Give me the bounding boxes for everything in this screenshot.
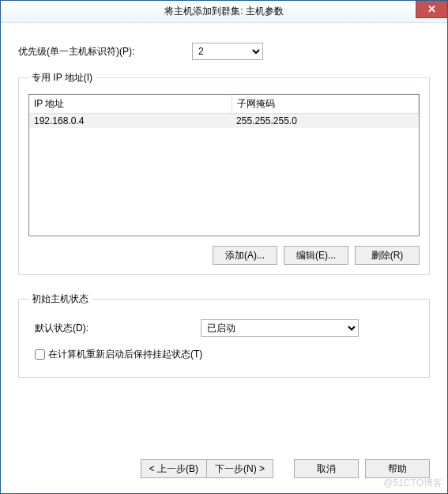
nav-button-group: < 上一步(B) 下一步(N) >	[141, 459, 273, 478]
cell-mask: 255.255.255.0	[232, 114, 418, 129]
cancel-button[interactable]: 取消	[294, 459, 359, 478]
table-row[interactable]: 192.168.0.4 255.255.255.0	[29, 114, 419, 129]
default-status-row: 默认状态(D): 已启动	[35, 319, 420, 337]
ip-group-legend: 专用 IP 地址(I)	[28, 71, 96, 85]
col-mask[interactable]: 子网掩码	[232, 95, 418, 114]
retain-row: 在计算机重新启动后保持挂起状态(T)	[35, 348, 420, 361]
status-group-legend: 初始主机状态	[28, 292, 92, 306]
priority-label: 优先级(单一主机标识符)(P):	[18, 45, 192, 58]
priority-row: 优先级(单一主机标识符)(P): 2	[18, 43, 430, 60]
title-bar: 将主机添加到群集: 主机参数 ✕	[1, 1, 447, 23]
ip-button-row: 添加(A)... 编辑(E)... 删除(R)	[28, 246, 420, 265]
col-ip[interactable]: IP 地址	[29, 95, 232, 114]
table-header-row: IP 地址 子网掩码	[29, 95, 419, 114]
initial-status-group: 初始主机状态 默认状态(D): 已启动 在计算机重新启动后保持挂起状态(T)	[18, 292, 430, 378]
ip-table: IP 地址 子网掩码 192.168.0.4 255.255.255.0	[29, 95, 419, 128]
ip-address-group: 专用 IP 地址(I) IP 地址 子网掩码 192.168.0.4 255.2…	[18, 71, 430, 275]
close-button[interactable]: ✕	[416, 1, 447, 18]
cell-ip: 192.168.0.4	[29, 114, 232, 129]
edit-button[interactable]: 编辑(E)...	[284, 246, 348, 265]
window-title: 将主机添加到群集: 主机参数	[164, 5, 284, 18]
priority-select[interactable]: 2	[192, 43, 263, 60]
dialog-window: 将主机添加到群集: 主机参数 ✕ 优先级(单一主机标识符)(P): 2 专用 I…	[0, 0, 448, 494]
wizard-footer: < 上一步(B) 下一步(N) > 取消 帮助	[18, 459, 430, 481]
content-area: 优先级(单一主机标识符)(P): 2 专用 IP 地址(I) IP 地址 子网掩…	[1, 23, 447, 493]
back-button[interactable]: < 上一步(B)	[141, 459, 206, 478]
retain-label: 在计算机重新启动后保持挂起状态(T)	[48, 348, 202, 361]
help-button[interactable]: 帮助	[365, 459, 430, 478]
spacer	[18, 395, 430, 459]
ip-table-container: IP 地址 子网掩码 192.168.0.4 255.255.255.0	[28, 94, 420, 236]
default-status-label: 默认状态(D):	[35, 322, 201, 335]
next-button[interactable]: 下一步(N) >	[206, 459, 273, 478]
retain-checkbox[interactable]	[35, 349, 45, 360]
add-button[interactable]: 添加(A)...	[213, 246, 277, 265]
remove-button[interactable]: 删除(R)	[355, 246, 420, 265]
close-icon: ✕	[427, 3, 436, 15]
default-status-select[interactable]: 已启动	[201, 319, 359, 337]
